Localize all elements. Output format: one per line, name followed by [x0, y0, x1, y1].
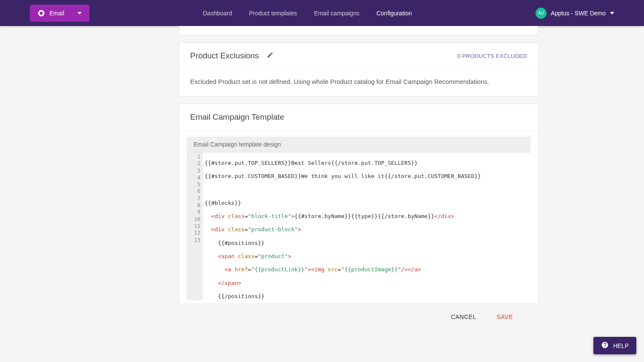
app-header: Email Dashboard Product templates Email … — [0, 0, 644, 26]
code-text: = — [245, 213, 248, 219]
code-text: <span — [218, 253, 234, 259]
main-nav: Dashboard Product templates Email campai… — [203, 1, 412, 26]
line-number: 1 — [187, 153, 200, 160]
editor-wrap: Email Campaign template design 1 2 3 4 5… — [179, 131, 538, 304]
line-number: 9 — [187, 209, 200, 215]
nav-email-campaigns[interactable]: Email campaigns — [314, 1, 359, 26]
code-text: "block-title" — [248, 213, 291, 219]
email-template-card: Email Campaign Template Email Campaign t… — [179, 103, 539, 304]
line-number: 2 — [187, 160, 200, 167]
line-number: 4 — [187, 174, 200, 181]
line-number: 8 — [187, 202, 200, 209]
code-text: {{#store.put.TOP_SELLERS}}Best Sellers{{… — [205, 160, 418, 166]
line-number: 11 — [187, 223, 200, 230]
code-text: class — [234, 253, 254, 259]
code-text: href — [231, 266, 248, 273]
nav-configuration[interactable]: Configuration — [376, 1, 412, 26]
product-exclusions-title: Product Exclusions — [190, 51, 259, 60]
line-number: 10 — [187, 216, 200, 223]
user-name-label: Apptus - SWE Demo — [551, 10, 606, 17]
code-text: = — [338, 266, 341, 273]
code-text: > — [298, 226, 301, 233]
code-editor[interactable]: 1 2 3 4 5 6 7 8 9 10 11 12 13 {{#s — [187, 152, 530, 300]
main-content: Product Exclusions 0 PRODUCTS EXCLUDED E… — [0, 26, 644, 320]
line-number: 3 — [187, 167, 200, 174]
cancel-button[interactable]: CANCEL — [451, 313, 476, 320]
excluded-count-label: 0 PRODUCTS EXCLUDED — [457, 53, 527, 59]
edit-icon[interactable] — [267, 52, 274, 60]
code-text: ><img — [308, 266, 325, 273]
product-exclusions-header: Product Exclusions 0 PRODUCTS EXCLUDED — [179, 43, 538, 69]
app-switcher-label: Email — [49, 10, 77, 17]
help-label: HELP — [613, 342, 629, 349]
line-number: 13 — [187, 237, 200, 244]
app-switcher-dropdown[interactable]: Email — [30, 5, 89, 22]
line-number: 12 — [187, 230, 200, 236]
previous-card-bottom — [179, 26, 539, 35]
code-text: <div — [211, 226, 225, 233]
email-template-title: Email Campaign Template — [190, 112, 284, 122]
help-icon — [601, 341, 609, 350]
code-text: {{#positions}} — [218, 240, 265, 246]
code-text: <div — [211, 213, 225, 219]
line-number: 5 — [187, 181, 200, 188]
code-lines[interactable]: {{#store.put.TOP_SELLERS}}Best Sellers{{… — [203, 152, 530, 300]
product-exclusions-card: Product Exclusions 0 PRODUCTS EXCLUDED E… — [179, 42, 539, 97]
code-text: {{#store.put.CUSTOMER_BASED}}We think yo… — [205, 173, 481, 179]
save-button[interactable]: SAVE — [497, 313, 513, 320]
editor-label: Email Campaign template design — [187, 137, 530, 152]
line-number: 6 — [187, 188, 200, 195]
line-number: 7 — [187, 195, 200, 202]
code-text: /></a> — [401, 266, 421, 273]
user-menu[interactable]: AU Apptus - SWE Demo — [536, 8, 614, 19]
avatar: AU — [536, 8, 547, 19]
code-text: = — [248, 266, 251, 273]
code-text: </span> — [218, 280, 241, 286]
help-button[interactable]: HELP — [593, 337, 636, 354]
nav-dashboard[interactable]: Dashboard — [203, 1, 232, 26]
code-text: "product" — [258, 253, 288, 259]
code-text: {{#store.byName}}{{type}}{{/store.byName… — [294, 213, 434, 219]
code-text: </div> — [434, 213, 454, 219]
editor-gutter: 1 2 3 4 5 6 7 8 9 10 11 12 13 — [187, 152, 203, 300]
email-template-header: Email Campaign Template — [179, 104, 538, 131]
code-text: > — [288, 253, 291, 259]
code-text: "{{productImage}}" — [341, 266, 401, 273]
chevron-down-icon — [610, 9, 614, 17]
code-text: {{#blocks}} — [205, 200, 241, 206]
nav-product-templates[interactable]: Product templates — [249, 1, 297, 26]
code-text: = — [245, 226, 248, 233]
code-text: "product-block" — [248, 226, 298, 233]
app-logo-icon — [37, 9, 45, 17]
code-text: <a — [225, 266, 231, 273]
code-text: class — [225, 226, 245, 233]
code-text: class — [225, 213, 245, 219]
footer-actions: CANCEL SAVE — [179, 304, 539, 320]
code-text: {{/positions}} — [218, 293, 265, 299]
product-exclusions-body: Excluded Product set is not defined. Usi… — [179, 69, 538, 96]
code-text: "{{productLink}}" — [251, 266, 308, 273]
chevron-down-icon — [77, 9, 82, 17]
code-text: src — [325, 266, 338, 273]
